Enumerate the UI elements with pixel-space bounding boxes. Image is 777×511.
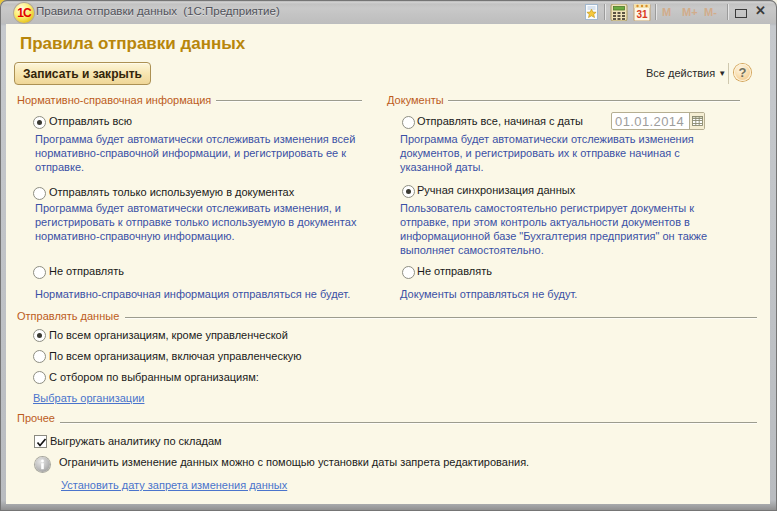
svg-text:31: 31 [636,9,648,20]
